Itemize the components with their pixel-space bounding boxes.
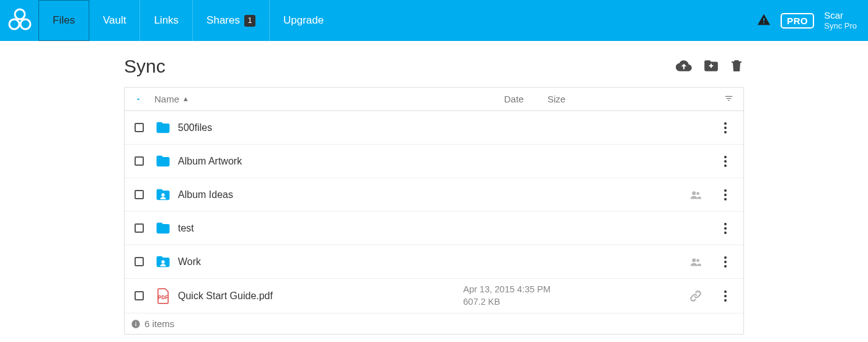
table-footer: 6 items (125, 313, 743, 334)
row-checkbox (135, 223, 154, 233)
pro-badge[interactable]: PRO (781, 13, 814, 29)
table-row: Album Ideas (125, 178, 743, 212)
svg-point-4 (724, 127, 727, 129)
row-checkbox (135, 257, 154, 266)
table-row: Work (125, 245, 743, 279)
sync-logo-icon (5, 6, 35, 35)
column-date[interactable]: Date (504, 94, 547, 104)
caret-down-icon (135, 96, 142, 103)
kebab-icon (724, 155, 727, 168)
new-folder-button[interactable] (702, 58, 720, 76)
file-name[interactable]: Album Ideas (178, 189, 463, 200)
svg-point-20 (724, 299, 727, 302)
file-meta: Apr 13, 2015 4:35 PM607.2 KB (463, 284, 674, 308)
page-title: Sync (124, 56, 166, 77)
nav-files[interactable]: Files (38, 0, 89, 41)
svg-point-11 (724, 198, 727, 200)
row-menu-button[interactable] (717, 122, 733, 134)
folder-plus-icon (702, 58, 720, 74)
svg-point-2 (20, 19, 30, 29)
svg-point-10 (724, 194, 727, 196)
checkbox[interactable] (135, 190, 144, 199)
info-icon (131, 319, 141, 329)
file-date: Apr 13, 2015 4:35 PM (463, 284, 674, 296)
svg-point-12 (724, 223, 727, 225)
row-menu-button[interactable] (717, 256, 733, 268)
row-indicator (674, 255, 717, 269)
svg-point-13 (724, 227, 727, 230)
app-logo[interactable] (5, 6, 35, 35)
row-menu-button[interactable] (717, 189, 733, 201)
file-name[interactable]: Work (178, 256, 463, 268)
svg-point-9 (724, 189, 727, 192)
column-name-label: Name (154, 94, 179, 104)
warning-icon[interactable] (757, 13, 771, 29)
cloud-upload-icon (675, 58, 693, 74)
primary-nav: Files Vault Links Shares 1 Upgrade (38, 0, 337, 41)
row-checkbox (135, 123, 154, 132)
checkbox[interactable] (135, 156, 144, 166)
column-name[interactable]: Name ▲ (154, 94, 504, 104)
column-size[interactable]: Size (547, 94, 733, 104)
shared-folder-icon (154, 253, 178, 271)
nav-vault[interactable]: Vault (89, 0, 141, 41)
row-indicator (674, 188, 717, 202)
svg-point-14 (724, 232, 727, 234)
nav-shares[interactable]: Shares 1 (193, 0, 270, 41)
file-name[interactable]: Album Artwork (178, 156, 463, 167)
people-icon (687, 188, 704, 202)
select-all-toggle[interactable] (135, 96, 154, 103)
nav-files-label: Files (53, 14, 75, 27)
row-checkbox (135, 156, 154, 166)
nav-links-label: Links (154, 14, 179, 27)
trash-button[interactable] (729, 58, 744, 76)
file-name[interactable]: test (178, 223, 463, 234)
user-plan: Sync Pro (824, 21, 857, 31)
user-menu[interactable]: Scar Sync Pro (824, 10, 857, 31)
svg-point-8 (724, 164, 727, 167)
nav-links[interactable]: Links (140, 0, 193, 41)
kebab-icon (724, 189, 727, 201)
user-name: Scar (824, 10, 857, 21)
svg-point-6 (724, 156, 727, 158)
shared-folder-icon (154, 186, 178, 204)
checkbox[interactable] (135, 123, 144, 132)
table-row: 500files (125, 111, 743, 145)
checkbox[interactable] (135, 257, 144, 266)
row-menu-button[interactable] (717, 222, 733, 235)
checkbox[interactable] (135, 223, 144, 233)
row-checkbox (135, 291, 154, 300)
filter-icon (724, 94, 733, 103)
item-count: 6 items (144, 318, 174, 329)
svg-point-19 (724, 295, 727, 297)
trash-icon (729, 58, 744, 74)
row-menu-button[interactable] (717, 290, 733, 302)
checkbox[interactable] (135, 291, 144, 300)
kebab-icon (724, 256, 727, 268)
filter-button[interactable] (724, 94, 733, 105)
row-indicator (674, 289, 717, 303)
sort-asc-icon: ▲ (182, 95, 189, 102)
upload-button[interactable] (675, 58, 693, 76)
pdf-icon (154, 287, 178, 305)
file-name[interactable]: Quick Start Guide.pdf (178, 290, 463, 302)
svg-point-0 (15, 9, 25, 19)
row-checkbox (135, 190, 154, 199)
page-header: Sync (124, 52, 744, 87)
table-body: 500filesAlbum ArtworkAlbum IdeastestWork… (125, 111, 743, 313)
svg-point-1 (9, 19, 19, 29)
table-row: Quick Start Guide.pdfApr 13, 2015 4:35 P… (125, 279, 743, 313)
row-menu-button[interactable] (717, 155, 733, 168)
nav-shares-badge: 1 (244, 15, 255, 27)
page-actions (675, 58, 744, 76)
svg-point-16 (724, 261, 727, 263)
kebab-icon (724, 222, 727, 235)
svg-point-18 (724, 290, 727, 293)
people-icon (687, 255, 704, 269)
file-name[interactable]: 500files (178, 122, 463, 133)
nav-upgrade[interactable]: Upgrade (270, 0, 337, 41)
folder-icon (154, 119, 178, 137)
svg-point-3 (724, 122, 727, 125)
table-row: test (125, 212, 743, 245)
topbar: Files Vault Links Shares 1 Upgrade PRO S… (0, 0, 868, 41)
